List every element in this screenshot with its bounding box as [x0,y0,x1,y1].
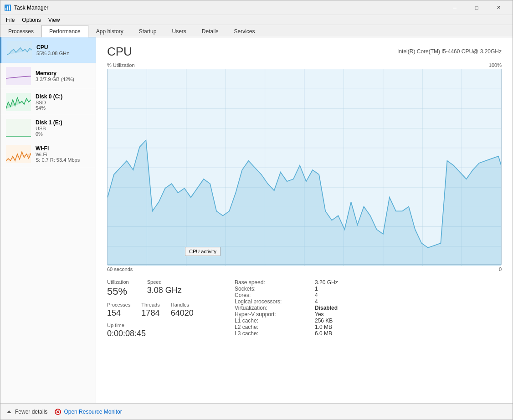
logical-key: Logical processors: [235,298,308,305]
main-content: CPU 55% 3.08 GHz Memory 3.3/7.9 GB (42%) [0,37,513,403]
menu-view[interactable]: View [45,16,64,24]
wifi-speed: S: 0.7 R: 53.4 Mbps [36,157,90,163]
open-monitor-button[interactable]: Open Resource Monitor [55,409,122,415]
detail-header: CPU Intel(R) Core(TM) i5-4460 CPU@ 3.20G… [107,45,502,59]
sidebar-item-disk0[interactable]: Disk 0 (C:) SSD 54% [0,89,96,115]
sidebar-item-wifi[interactable]: Wi-Fi Wi-Fi S: 0.7 R: 53.4 Mbps [0,141,96,167]
chart-axis-labels: % Utilization 100% [107,62,502,68]
wifi-info: Wi-Fi Wi-Fi S: 0.7 R: 53.4 Mbps [36,145,90,163]
disk0-info: Disk 0 (C:) SSD 54% [36,93,90,111]
uptime-label: Up time [107,323,207,328]
info-logical: Logical processors: 4 [235,298,338,305]
disk1-type: USB [36,126,90,131]
title-bar: Task Manager ─ □ ✕ [0,0,513,15]
disk0-label: Disk 0 (C:) [36,93,90,100]
utilization-stat: Utilization 55% [107,279,129,297]
sidebar-item-disk1[interactable]: Disk 1 (E:) USB 0% [0,115,96,141]
sidebar-item-memory[interactable]: Memory 3.3/7.9 GB (42%) [0,63,96,89]
memory-info: Memory 3.3/7.9 GB (42%) [36,70,90,82]
sidebar: CPU 55% 3.08 GHz Memory 3.3/7.9 GB (42%) [0,37,96,403]
tab-bar: Processes Performance App history Startu… [0,25,513,37]
sockets-val: 1 [315,286,318,292]
tab-users[interactable]: Users [164,25,194,37]
detail-title: CPU [107,45,132,59]
time-label-right: 0 [499,266,502,272]
menu-file[interactable]: File [2,16,18,24]
chart-time-labels: 60 seconds 0 [107,266,502,272]
tab-details[interactable]: Details [194,25,226,37]
uptime-stat: Up time 0:00:08:45 [107,323,207,338]
threads-label: Threads [141,302,159,307]
processes-stat: Processes 154 [107,302,130,318]
cpu-chart: CPU activity [107,69,502,265]
base-speed-key: Base speed: [235,279,308,286]
threads-value: 1784 [141,308,159,318]
memory-label: Memory [36,70,90,77]
hyperv-key: Hyper-V support: [235,311,308,318]
y-axis-label: % Utilization [107,62,135,68]
close-button[interactable]: ✕ [488,0,509,15]
stats-left: Utilization 55% Speed 3.08 GHz Processes… [107,279,207,338]
utilization-value: 55% [107,286,129,297]
time-label-left: 60 seconds [107,266,133,272]
sockets-key: Sockets: [235,286,308,292]
l3-val: 6.0 MB [315,330,332,337]
cores-val: 4 [315,292,318,298]
menu-options[interactable]: Options [18,16,44,24]
info-sockets: Sockets: 1 [235,286,338,292]
cpu-model: Intel(R) Core(TM) i5-4460 CPU@ 3.20GHz [397,48,502,55]
fewer-details-button[interactable]: Fewer details [6,409,47,415]
speed-label: Speed [147,279,182,285]
speed-stat: Speed 3.08 GHz [147,279,182,297]
disk1-label: Disk 1 (E:) [36,119,90,126]
info-l2: L2 cache: 1.0 MB [235,324,338,330]
handles-value: 64020 [171,308,194,318]
info-l1: L1 cache: 256 KB [235,318,338,324]
bottom-bar: Fewer details Open Resource Monitor [0,403,513,420]
maximize-button[interactable]: □ [466,0,487,15]
cpu-mini-chart [7,41,32,59]
tab-performance[interactable]: Performance [41,25,88,37]
tab-processes[interactable]: Processes [0,25,41,37]
tab-app-history[interactable]: App history [88,25,131,37]
minimize-button[interactable]: ─ [444,0,465,15]
chevron-up-icon [6,409,12,415]
wifi-type: Wi-Fi [36,152,90,157]
menubar: File Options View [0,15,513,25]
uptime-value: 0:00:08:45 [107,329,207,338]
processes-row: Processes 154 Threads 1784 Handles 64020 [107,302,207,318]
utilization-label: Utilization [107,279,129,285]
wifi-mini-chart [6,145,31,163]
task-manager-window: Task Manager ─ □ ✕ File Options View Pro… [0,0,513,420]
y-axis-max: 100% [489,62,502,68]
info-hyperv: Hyper-V support: Yes [235,311,338,318]
l2-val: 1.0 MB [315,324,332,330]
svg-rect-3 [9,5,10,10]
fewer-details-label: Fewer details [15,409,47,415]
disk0-percent: 54% [36,105,90,111]
svg-rect-7 [6,119,31,137]
detail-panel: CPU Intel(R) Core(TM) i5-4460 CPU@ 3.20G… [96,37,513,403]
info-l3: L3 cache: 6.0 MB [235,330,338,337]
disk1-mini-chart [6,119,31,137]
info-base-speed: Base speed: 3.20 GHz [235,279,338,286]
tab-startup[interactable]: Startup [131,25,164,37]
wifi-label: Wi-Fi [36,145,90,152]
cpu-info: CPU 55% 3.08 GHz [36,44,90,56]
sidebar-item-cpu[interactable]: CPU 55% 3.08 GHz [0,37,96,63]
chart-tooltip: CPU activity [185,247,221,256]
app-icon [4,4,11,11]
util-speed-row: Utilization 55% Speed 3.08 GHz [107,279,207,297]
disk1-percent: 0% [36,131,90,137]
speed-value: 3.08 GHz [147,286,182,295]
window-controls: ─ □ ✕ [444,0,509,15]
l1-key: L1 cache: [235,318,308,324]
open-monitor-label[interactable]: Open Resource Monitor [64,409,122,415]
svg-rect-2 [7,6,8,10]
processes-value: 154 [107,308,130,318]
base-speed-val: 3.20 GHz [315,279,338,286]
logical-val: 4 [315,298,318,305]
tab-services[interactable]: Services [226,25,263,37]
svg-marker-28 [7,410,11,413]
cpu-info-table: Base speed: 3.20 GHz Sockets: 1 Cores: 4… [235,279,338,338]
